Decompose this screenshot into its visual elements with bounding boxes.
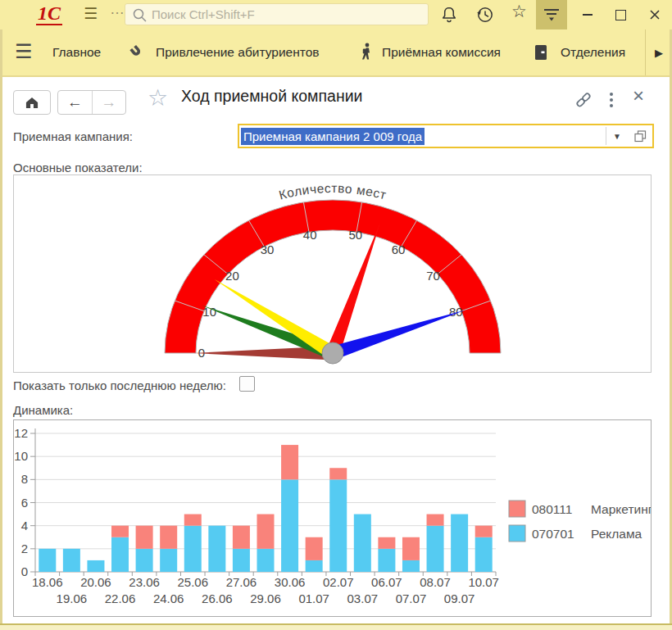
close-icon [649,9,661,20]
svg-text:Маркетинг: Маркетинг [591,502,651,516]
search-input[interactable] [150,4,424,25]
window-close-button[interactable] [644,0,665,29]
svg-text:6: 6 [21,496,28,510]
dynamics-panel: 02468101218.0619.0620.0622.0623.0624.062… [13,419,652,617]
svg-text:22.06: 22.06 [105,591,136,605]
svg-text:30.06: 30.06 [275,575,306,589]
svg-text:24.06: 24.06 [153,591,184,605]
svg-text:2: 2 [21,542,28,555]
history-icon[interactable] [475,5,495,25]
indicators-label: Основные показатели: [13,161,143,174]
global-search [125,3,429,25]
svg-text:60: 60 [392,242,406,256]
forward-button[interactable]: → [93,91,126,114]
svg-text:Реклама: Реклама [591,527,642,541]
svg-text:20.06: 20.06 [80,575,111,589]
svg-text:Количество мест: Количество мест [278,181,388,202]
campaign-field-label: Приемная кампания: [13,129,133,143]
menu-item-privlechenie[interactable]: Привлечение абитуриентов [156,45,320,60]
svg-text:02.07: 02.07 [323,575,354,589]
page-title: Ход приемной компании [181,87,362,106]
dynamics-label: Динамика: [13,403,73,417]
svg-text:06.07: 06.07 [371,575,402,589]
search-icon [131,7,149,25]
svg-text:70: 70 [426,269,440,283]
svg-text:10: 10 [202,305,216,319]
service-menu-icon [542,5,561,25]
sections-hamburger-icon[interactable]: ☰ [15,40,33,63]
add-to-favorites-star-icon[interactable]: ☆ [148,84,168,111]
svg-text:20: 20 [225,269,239,283]
svg-text:23.06: 23.06 [129,575,160,589]
week-filter-checkbox[interactable] [239,376,255,392]
menu-item-komissiya[interactable]: Приёмная комиссия [382,45,501,60]
titlebar-hamburger-icon[interactable]: ☰ [84,4,98,23]
titlebar-overflow-dots[interactable]: … [110,1,125,18]
page-toolbar: ← → ☆ Ход приемной компании × [0,77,672,123]
svg-text:01.07: 01.07 [298,591,329,605]
window-minimize-button[interactable] [577,0,598,29]
campaign-choose-button[interactable] [628,129,652,144]
week-filter-label: Показать только последнюю неделю: [13,378,226,392]
svg-text:080111: 080111 [532,502,572,516]
student-icon[interactable] [357,42,375,63]
window-maximize-button[interactable] [610,0,631,29]
svg-text:40: 40 [303,228,317,242]
dynamics-chart: 02468101218.0619.0620.0622.0623.0624.062… [14,420,651,616]
svg-text:07.07: 07.07 [396,591,427,605]
window-frame-bottom [0,625,672,630]
svg-text:26.06: 26.06 [202,591,233,605]
menu-item-otdeleniya[interactable]: Отделения [561,45,625,60]
svg-text:80: 80 [449,305,463,319]
svg-text:10: 10 [14,449,28,463]
nav-buttons: ← → [57,90,126,115]
favorites-star-icon[interactable]: ☆ [511,2,527,21]
home-icon [24,94,40,111]
department-icon[interactable] [531,43,551,62]
more-actions-kebab-icon[interactable] [610,93,613,110]
campaign-dropdown-button[interactable]: ▼ [606,132,628,141]
window-frame-left [0,29,2,625]
home-button[interactable] [13,90,51,115]
svg-text:10.07: 10.07 [468,575,499,589]
campaign-select-field[interactable]: Приемная кампания 2 009 года ▼ [238,124,654,148]
magnet-icon[interactable] [128,43,148,63]
service-menu-button[interactable] [536,0,567,29]
svg-text:50: 50 [348,228,362,242]
get-link-icon[interactable] [574,90,593,110]
svg-text:09.07: 09.07 [444,591,475,605]
svg-text:18.06: 18.06 [32,575,63,589]
minimize-icon [583,14,593,16]
svg-text:08.07: 08.07 [420,575,451,589]
titlebar: 1С ☰ … ☆ [0,0,672,29]
svg-text:0: 0 [21,564,28,578]
svg-text:12: 12 [14,426,28,440]
menu-more-arrow[interactable]: ▶ [645,29,672,75]
gauge-panel: 01020304050607080Количество мест [13,174,652,373]
page-close-button[interactable]: × [633,84,644,107]
menu-item-glavnoe[interactable]: Главное [52,45,101,60]
back-button[interactable]: ← [58,91,93,114]
svg-text:8: 8 [21,472,28,486]
svg-text:29.06: 29.06 [250,591,281,605]
sections-menubar: ☰ Главное Привлечение абитуриентов Приём… [0,29,672,77]
svg-text:19.06: 19.06 [57,591,88,605]
svg-text:25.06: 25.06 [177,575,208,589]
gauge-chart: 01020304050607080Количество мест [14,175,651,372]
application-window: 1С ☰ … ☆ [0,0,672,630]
svg-text:03.07: 03.07 [347,591,379,605]
notifications-bell-icon[interactable] [439,5,459,25]
1c-logo: 1С [36,2,62,25]
choose-from-list-icon [633,129,648,144]
maximize-icon [615,10,626,20]
svg-text:070701: 070701 [532,527,574,541]
campaign-field-value[interactable]: Приемная кампания 2 009 года [241,128,425,145]
svg-text:4: 4 [21,519,28,533]
svg-text:27.06: 27.06 [226,575,257,589]
svg-text:30: 30 [261,242,275,256]
